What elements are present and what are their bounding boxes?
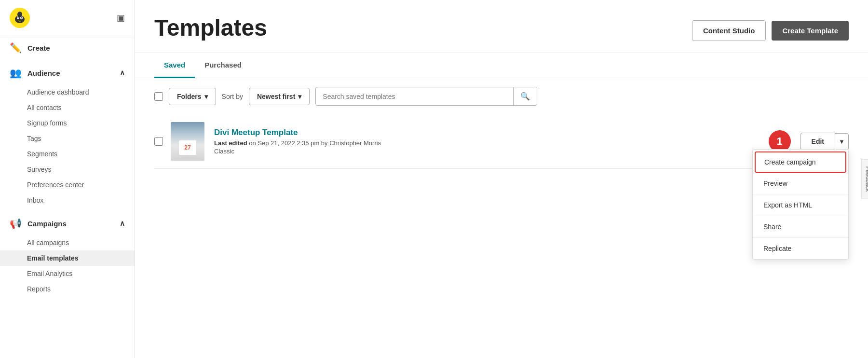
create-template-button[interactable]: Create Template xyxy=(772,21,849,41)
audience-chevron-up-icon: ∧ xyxy=(120,69,125,77)
thumb-date-label: 27 xyxy=(184,144,190,151)
folders-chevron-down-icon: ▾ xyxy=(204,93,208,100)
toolbar: Folders ▾ Sort by Newest first ▾ 🔍 xyxy=(135,78,868,114)
folders-button[interactable]: Folders ▾ xyxy=(169,88,216,105)
audience-dashboard-label: Audience dashboard xyxy=(27,88,89,96)
mailchimp-logo xyxy=(10,8,30,28)
share-label: Share xyxy=(763,223,781,231)
dropdown-item-preview[interactable]: Preview xyxy=(753,173,848,194)
search-input[interactable] xyxy=(316,88,513,105)
sidebar-item-segments[interactable]: Segments xyxy=(0,146,135,162)
template-list: 27 Divi Meetup Template Last edited on S… xyxy=(135,114,868,358)
export-html-label: Export as HTML xyxy=(763,201,812,209)
svg-point-5 xyxy=(21,17,22,18)
thumb-calendar-date: 27 xyxy=(179,140,196,155)
sidebar-campaigns-header[interactable]: 📢 Campaigns ∧ xyxy=(0,212,135,235)
page-title: Templates xyxy=(154,15,267,41)
replicate-label: Replicate xyxy=(763,245,791,252)
template-info: Divi Meetup Template Last edited on Sep … xyxy=(214,128,761,155)
all-campaigns-label: All campaigns xyxy=(27,239,69,247)
tab-saved-label: Saved xyxy=(164,61,185,69)
dropdown-menu: Create campaign Preview Export as HTML S… xyxy=(752,149,849,260)
template-last-edited-bold: Last edited xyxy=(214,139,247,147)
sort-value-label: Newest first xyxy=(257,93,295,100)
table-row: 27 Divi Meetup Template Last edited on S… xyxy=(154,114,849,169)
template-actions: Edit ▾ xyxy=(800,133,849,150)
sidebar: ▣ ✏️ Create 👥 Audience ∧ Audience dashbo… xyxy=(0,0,135,358)
sidebar-item-reports[interactable]: Reports xyxy=(0,281,135,297)
sidebar-section-campaigns: 📢 Campaigns ∧ All campaigns Email templa… xyxy=(0,210,135,299)
sidebar-item-all-campaigns[interactable]: All campaigns xyxy=(0,235,135,250)
content-studio-button[interactable]: Content Studio xyxy=(692,20,766,41)
sidebar-item-audience-dashboard[interactable]: Audience dashboard xyxy=(0,84,135,100)
preferences-center-label: Preferences center xyxy=(27,181,84,189)
sidebar-create-label: Create xyxy=(27,44,50,52)
sidebar-audience-header[interactable]: 👥 Audience ∧ xyxy=(0,61,135,84)
create-icon: ✏️ xyxy=(10,42,22,54)
svg-point-6 xyxy=(17,12,22,17)
template-checkbox[interactable] xyxy=(154,137,163,146)
select-all-checkbox[interactable] xyxy=(154,92,163,101)
email-templates-label: Email templates xyxy=(27,254,79,262)
tabs-row: Saved Purchased xyxy=(135,53,868,78)
edit-dropdown-button[interactable]: ▾ xyxy=(835,133,849,150)
sidebar-item-inbox[interactable]: Inbox xyxy=(0,193,135,208)
all-contacts-label: All contacts xyxy=(27,104,62,111)
reports-label: Reports xyxy=(27,285,51,293)
sort-chevron-down-icon: ▾ xyxy=(298,93,301,100)
dropdown-item-create-campaign[interactable]: Create campaign xyxy=(755,151,846,173)
preview-label: Preview xyxy=(763,179,787,187)
create-campaign-label: Create campaign xyxy=(764,158,816,166)
search-button[interactable]: 🔍 xyxy=(513,87,537,105)
tab-purchased[interactable]: Purchased xyxy=(195,53,251,78)
sidebar-section-audience: 👥 Audience ∧ Audience dashboard All cont… xyxy=(0,59,135,210)
feedback-tab[interactable]: Feedback xyxy=(861,159,868,199)
main-header: Templates Content Studio Create Template xyxy=(135,0,868,53)
inbox-label: Inbox xyxy=(27,196,43,204)
tab-saved[interactable]: Saved xyxy=(154,53,195,78)
signup-forms-label: Signup forms xyxy=(27,119,67,127)
dropdown-item-share[interactable]: Share xyxy=(753,216,848,238)
svg-point-4 xyxy=(17,17,18,18)
email-analytics-label: Email Analytics xyxy=(27,270,72,277)
folders-label: Folders xyxy=(177,93,202,100)
sidebar-item-email-templates[interactable]: Email templates xyxy=(0,250,135,266)
feedback-label: Feedback xyxy=(865,166,868,192)
template-thumbnail: 27 xyxy=(171,122,204,161)
template-type: Classic xyxy=(214,148,761,155)
surveys-label: Surveys xyxy=(27,165,52,173)
search-wrapper: 🔍 xyxy=(315,87,537,106)
dropdown-item-replicate[interactable]: Replicate xyxy=(753,238,848,259)
tab-purchased-label: Purchased xyxy=(204,61,242,69)
campaigns-chevron-up-icon: ∧ xyxy=(120,219,125,228)
template-name[interactable]: Divi Meetup Template xyxy=(214,128,761,138)
sidebar-item-surveys[interactable]: Surveys xyxy=(0,162,135,177)
sidebar-toggle-icon[interactable]: ▣ xyxy=(117,13,125,23)
sidebar-item-tags[interactable]: Tags xyxy=(0,131,135,146)
sidebar-item-signup-forms[interactable]: Signup forms xyxy=(0,115,135,131)
audience-icon: 👥 xyxy=(10,67,22,79)
template-date-text: on Sep 21, 2022 2:35 pm by Christopher M… xyxy=(249,139,381,147)
search-icon: 🔍 xyxy=(520,92,530,100)
template-meta: Last edited on Sep 21, 2022 2:35 pm by C… xyxy=(214,139,761,147)
sidebar-top: ▣ xyxy=(0,0,135,36)
sidebar-item-create[interactable]: ✏️ Create xyxy=(0,36,135,59)
sidebar-audience-label: Audience xyxy=(27,69,60,77)
badge-number: 1 xyxy=(776,135,782,148)
tags-label: Tags xyxy=(27,135,41,142)
sort-by-label: Sort by xyxy=(222,93,243,100)
sidebar-campaigns-label: Campaigns xyxy=(27,220,67,228)
template-thumb-inner: 27 xyxy=(171,122,204,161)
edit-button[interactable]: Edit xyxy=(800,133,835,150)
header-actions: Content Studio Create Template xyxy=(692,20,849,41)
sort-button[interactable]: Newest first ▾ xyxy=(249,88,310,105)
edit-chevron-down-icon: ▾ xyxy=(840,138,843,145)
dropdown-item-export-html[interactable]: Export as HTML xyxy=(753,194,848,216)
main-content: Templates Content Studio Create Template… xyxy=(135,0,868,358)
sidebar-item-preferences-center[interactable]: Preferences center xyxy=(0,177,135,193)
campaigns-icon: 📢 xyxy=(10,218,22,229)
sidebar-item-all-contacts[interactable]: All contacts xyxy=(0,100,135,115)
sidebar-item-email-analytics[interactable]: Email Analytics xyxy=(0,266,135,281)
segments-label: Segments xyxy=(27,150,57,158)
